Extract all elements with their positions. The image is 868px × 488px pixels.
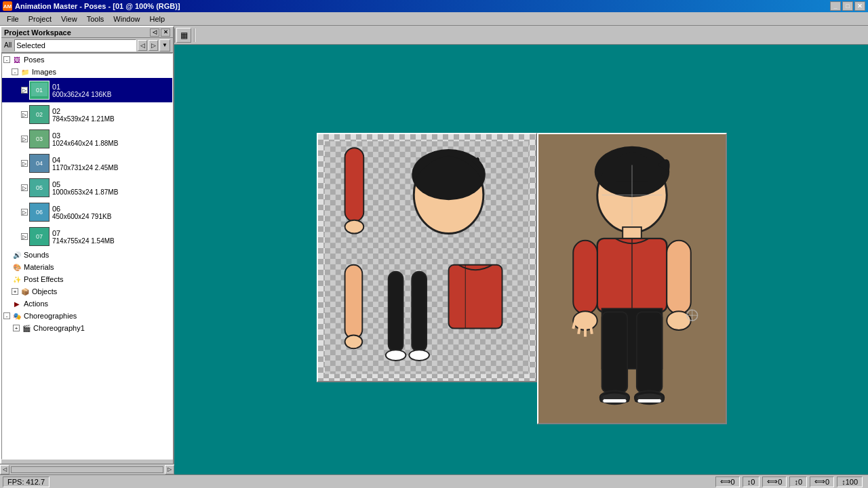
tree-image-07[interactable]: ▷ 07 07 714x755x24 1.54MB [2,224,172,249]
svg-point-28 [409,350,429,361]
poses-expand[interactable]: - [3,56,10,63]
svg-text:06: 06 [36,209,43,216]
img03-expand[interactable]: ▷ [21,136,28,142]
svg-line-45 [591,325,592,334]
coord-panel-1: ⟺ 0 [715,476,740,487]
svg-point-26 [386,350,406,361]
tree-choreography1[interactable]: + 🎬 Choreography1 [2,322,172,334]
img02-expand[interactable]: ▷ [21,111,28,118]
svg-text:02: 02 [36,111,43,118]
close-button[interactable]: ✕ [854,1,865,11]
choreo-expand[interactable]: - [3,312,10,319]
objects-expand[interactable]: + [12,288,18,295]
sprite-sheet-svg [325,140,529,375]
svg-rect-61 [637,399,661,403]
pw-title: Project Workspace [4,28,71,37]
menu-project[interactable]: Project [24,14,56,24]
images-expand[interactable]: - [12,68,18,75]
menu-bar: File Project View Tools Window Help [0,12,868,26]
img01-expand[interactable]: ▷ [21,87,28,94]
tree-materials[interactable]: 🎨 Materials [2,261,172,273]
svg-text:07: 07 [36,233,43,240]
menu-help[interactable]: Help [145,14,169,24]
pw-nav-btn[interactable]: ◁ [150,28,159,37]
coord-panel-6: ↕ 100 [837,476,863,487]
tb-btn-11[interactable]: ▦ [176,28,191,43]
status-bar: FPS: 412.7 ⟺ 0 ↕ 0 ⟺ 0 ↕ 0 ⟺ 0 ↕ 100 [0,474,868,488]
coord-5: ⟺ [814,477,825,486]
pw-select-input[interactable] [14,39,136,52]
img06-thumb: 06 [29,203,50,222]
sounds-icon: 🔊 [12,250,22,260]
coord-1-val: 0 [731,478,735,486]
tree-image-02[interactable]: ▷ 02 02 784x539x24 1.21MB [2,102,172,127]
menu-tools[interactable]: Tools [83,14,108,24]
tree-objects[interactable]: + 📦 Objects [2,285,172,298]
svg-rect-21 [345,148,364,222]
tree-poses[interactable]: - 🖼 Poses [2,54,172,66]
choreo1-expand[interactable]: + [13,325,20,331]
tree-image-03[interactable]: ▷ 03 03 1024x640x24 1.88MB [2,127,172,151]
coord-2-val: 0 [751,478,755,486]
tree-sounds[interactable]: 🔊 Sounds [2,249,172,261]
app-title: Animation Master - Poses - [01 @ 100% (R… [15,2,180,10]
coord-1: ⟺ [720,477,731,486]
pw-scroll-right[interactable]: ▷ [165,465,174,474]
pw-dropdown-row: All ◁ ▷ ▼ [1,38,173,53]
tree-image-04[interactable]: ▷ 04 04 1170x731x24 2.45MB [2,151,172,176]
svg-rect-40 [573,241,597,314]
actions-icon: ▶ [12,299,22,308]
tree-container[interactable]: - 🖼 Poses - 📁 Images ▷ 01 01 600x362x24 … [1,53,173,460]
svg-rect-56 [603,399,627,403]
character-svg [538,133,726,424]
coord-panel-3: ⟺ 0 [762,476,787,487]
app-icon: AM [3,1,12,11]
pw-title-bar: Project Workspace ◁ ✕ [1,27,173,38]
materials-icon: 🎨 [12,262,22,272]
img03-info: 03 1024x640x24 1.88MB [52,131,118,147]
svg-rect-57 [637,312,662,392]
title-bar: AM Animation Master - Poses - [01 @ 100%… [0,0,868,12]
img05-expand[interactable]: ▷ [21,184,28,191]
tree-choreographies[interactable]: - 🎭 Choreographies [2,310,172,322]
pw-prev-btn[interactable]: ◁ [138,40,147,51]
coord-panel-5: ⟺ 0 [810,476,834,487]
images-icon: 📁 [20,67,31,77]
maximize-button[interactable]: □ [842,1,853,11]
choreo-icon: 🎭 [12,311,22,321]
coord-panel-2: ↕ 0 [743,476,760,487]
tree-image-05[interactable]: ▷ 05 05 1000x653x24 1.87MB [2,176,172,200]
menu-file[interactable]: File [3,14,23,24]
img05-thumb: 05 [29,178,50,197]
coord-4-val: 0 [798,478,802,486]
pw-scrollbar-track[interactable] [11,466,163,473]
tree-post-effects[interactable]: ✨ Post Effects [2,273,172,285]
tree-image-01[interactable]: ▷ 01 01 600x362x24 136KB [2,78,172,102]
objects-icon: 📦 [20,287,31,296]
tree-actions[interactable]: ▶ Actions [2,298,172,310]
svg-point-24 [345,335,363,348]
character-window [537,133,727,424]
tree-images[interactable]: - 📁 Images [2,66,172,78]
pw-scroll-left[interactable]: ◁ [0,465,9,474]
tree-image-06[interactable]: ▷ 06 06 450x600x24 791KB [2,200,172,224]
svg-rect-25 [389,272,403,352]
img01-info: 01 600x362x24 136KB [52,83,111,98]
pw-title-buttons: ◁ ✕ [150,28,170,37]
coord-3-val: 0 [778,478,782,486]
svg-point-22 [345,220,364,234]
img04-expand[interactable]: ▷ [21,160,28,167]
title-bar-buttons: _ □ ✕ [830,1,865,11]
choreo1-icon: 🎬 [21,323,32,333]
menu-window[interactable]: Window [109,14,144,24]
minimize-button[interactable]: _ [830,1,841,11]
pw-dropdown-arrow[interactable]: ▼ [159,39,170,52]
pw-close-btn[interactable]: ✕ [161,28,170,37]
menu-view[interactable]: View [57,14,81,24]
img06-expand[interactable]: ▷ [21,209,28,216]
pw-scrollbar[interactable]: ◁ ▷ [0,464,174,474]
pw-next-btn[interactable]: ▷ [149,40,158,51]
sprite-sheet-window [317,133,537,382]
img07-expand[interactable]: ▷ [21,233,28,240]
svg-rect-27 [412,272,427,352]
